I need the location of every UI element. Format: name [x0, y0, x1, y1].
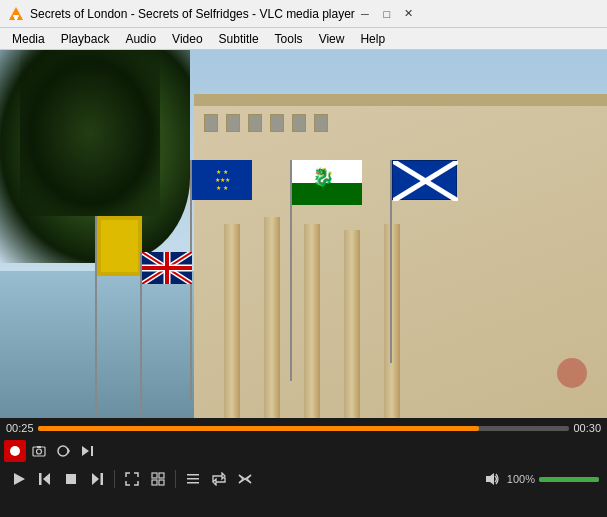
maximize-button[interactable]: □: [377, 4, 397, 24]
svg-rect-23: [91, 446, 93, 456]
total-time: 00:30: [573, 422, 601, 434]
svg-rect-29: [101, 473, 104, 485]
svg-marker-21: [68, 448, 70, 454]
video-area[interactable]: 🐉 ★★★ ★ ★ ★ ★: [0, 50, 607, 418]
building: [194, 94, 607, 418]
title-bar: Secrets of London - Secrets of Selfridge…: [0, 0, 607, 28]
svg-rect-36: [187, 482, 199, 484]
playlist-icon: [186, 472, 200, 486]
record-button[interactable]: [4, 440, 26, 462]
svg-marker-25: [43, 473, 50, 485]
shuffle-button[interactable]: [234, 468, 256, 490]
stop-button[interactable]: [60, 468, 82, 490]
play-button[interactable]: [8, 468, 30, 490]
svg-marker-37: [486, 473, 494, 485]
snapshot-button[interactable]: [28, 440, 50, 462]
svg-text:★★★: ★★★: [215, 177, 230, 183]
separator-1: [114, 470, 115, 488]
shuffle-icon: [238, 472, 252, 486]
loop-button[interactable]: [52, 440, 74, 462]
svg-text:★ ★: ★ ★: [216, 185, 228, 191]
menu-tools[interactable]: Tools: [267, 28, 311, 49]
next-icon: [90, 472, 104, 486]
next-button[interactable]: [86, 468, 108, 490]
svg-rect-20: [37, 446, 41, 448]
menu-help[interactable]: Help: [352, 28, 393, 49]
menu-bar: Media Playback Audio Video Subtitle Tool…: [0, 28, 607, 50]
video-frame: 🐉 ★★★ ★ ★ ★ ★: [0, 50, 607, 418]
flag-yellow: [97, 216, 142, 276]
loop-icon: [56, 444, 70, 458]
previous-icon: [38, 472, 52, 486]
svg-marker-28: [92, 473, 99, 485]
svg-rect-2: [14, 17, 18, 19]
menu-playback[interactable]: Playback: [53, 28, 118, 49]
svg-rect-18: [33, 447, 45, 456]
volume-slider[interactable]: [539, 477, 599, 482]
progress-area: 00:25 00:30: [0, 418, 607, 438]
svg-rect-34: [187, 474, 199, 476]
minimize-button[interactable]: ─: [355, 4, 375, 24]
repeat-button[interactable]: [208, 468, 230, 490]
window-controls: ─ □ ✕: [355, 4, 419, 24]
menu-view[interactable]: View: [311, 28, 353, 49]
svg-rect-26: [39, 473, 42, 485]
flag-scotland: [392, 160, 457, 200]
svg-rect-35: [187, 478, 199, 480]
svg-marker-22: [82, 446, 89, 456]
flag-eu: ★★★ ★ ★ ★ ★: [192, 160, 252, 200]
svg-rect-27: [66, 474, 76, 484]
svg-rect-32: [152, 480, 157, 485]
frame-advance-button[interactable]: [76, 440, 98, 462]
progress-fill: [38, 426, 480, 431]
flagpole-4: [95, 216, 97, 418]
volume-icon: [485, 472, 499, 486]
flag-uk: [142, 252, 192, 284]
repeat-icon: [212, 472, 226, 486]
flagpole-5: [140, 252, 142, 418]
separator-2: [175, 470, 176, 488]
play-icon: [12, 472, 26, 486]
stop-icon: [64, 472, 78, 486]
frame-advance-icon: [80, 444, 94, 458]
controls-row1: [0, 438, 607, 464]
flagpole-2: 🐉: [290, 160, 292, 381]
vlc-icon: [8, 6, 24, 22]
svg-rect-3: [15, 19, 17, 20]
record-icon: [8, 444, 22, 458]
previous-button[interactable]: [34, 468, 56, 490]
tree-left-2: [20, 50, 160, 216]
svg-rect-1: [13, 15, 19, 17]
fullscreen-icon: [125, 472, 139, 486]
svg-rect-33: [159, 480, 164, 485]
snapshot-icon: [32, 444, 46, 458]
svg-rect-30: [152, 473, 157, 478]
volume-area: 100%: [481, 468, 599, 490]
svg-marker-24: [14, 473, 25, 485]
extended-settings-button[interactable]: [147, 468, 169, 490]
flagpole-1: [390, 160, 392, 362]
menu-media[interactable]: Media: [4, 28, 53, 49]
fullscreen-button[interactable]: [121, 468, 143, 490]
mute-button[interactable]: [481, 468, 503, 490]
menu-video[interactable]: Video: [164, 28, 210, 49]
current-time: 00:25: [6, 422, 34, 434]
volume-fill: [539, 477, 599, 482]
svg-point-19: [37, 449, 42, 454]
menu-subtitle[interactable]: Subtitle: [211, 28, 267, 49]
svg-rect-31: [159, 473, 164, 478]
extended-icon: [151, 472, 165, 486]
close-button[interactable]: ✕: [399, 4, 419, 24]
seek-bar[interactable]: [38, 426, 570, 431]
building-windows: [204, 114, 597, 132]
flag-wales: 🐉: [292, 160, 362, 205]
playlist-button[interactable]: [182, 468, 204, 490]
window-title: Secrets of London - Secrets of Selfridge…: [30, 7, 355, 21]
volume-label: 100%: [507, 473, 535, 485]
menu-audio[interactable]: Audio: [117, 28, 164, 49]
controls-row2: 100%: [0, 464, 607, 494]
svg-text:★ ★: ★ ★: [216, 169, 228, 175]
svg-point-17: [10, 446, 20, 456]
